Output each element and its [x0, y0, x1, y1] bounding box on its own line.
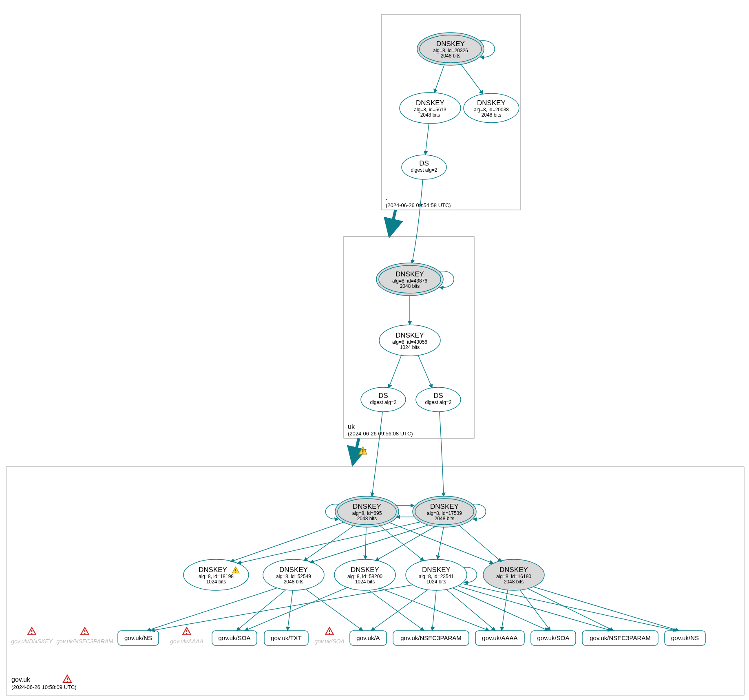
svg-text:DNSKEY: DNSKEY: [436, 40, 465, 48]
node-gov-ksk2: DNSKEY alg=8, id=17539 2048 bits: [413, 496, 476, 527]
svg-text:digest alg=2: digest alg=2: [425, 400, 451, 405]
svg-text:DS: DS: [433, 392, 443, 400]
svg-text:2048 bits: 2048 bits: [284, 579, 304, 585]
svg-text:alg=8, id=23541: alg=8, id=23541: [419, 574, 454, 579]
ghost-soa: gov.uk/SOA: [314, 638, 345, 645]
zone-govuk-name: gov.uk: [11, 676, 31, 683]
node-root-zsk1: DNSKEY alg=8, id=5613 2048 bits: [400, 93, 461, 124]
svg-text:DNSKEY: DNSKEY: [353, 503, 381, 510]
leaf-txt: gov.uk/TXT: [264, 631, 308, 645]
leaf-soa2: gov.uk/SOA: [531, 631, 576, 645]
zone-uk-name: uk: [348, 423, 355, 430]
leaf-a: gov.uk/A: [350, 631, 387, 645]
node-gov-zsk-16180: DNSKEY alg=8, id=16180 2048 bits: [483, 559, 544, 590]
svg-text:DNSKEY: DNSKEY: [351, 566, 379, 574]
svg-text:DS: DS: [378, 392, 388, 400]
node-gov-zsk-23541: DNSKEY alg=8, id=23541 1024 bits: [406, 559, 467, 590]
svg-text:DNSKEY: DNSKEY: [416, 99, 444, 107]
svg-text:alg=8, id=16180: alg=8, id=16180: [496, 574, 531, 579]
svg-text:gov.uk/SOA: gov.uk/SOA: [219, 634, 251, 641]
svg-text:2048 bits: 2048 bits: [435, 516, 455, 521]
error-icon: [28, 627, 36, 635]
svg-text:DNSKEY: DNSKEY: [279, 566, 308, 574]
zone-root-ts: (2024-06-26 09:54:58 UTC): [386, 202, 451, 208]
error-icon: [81, 627, 89, 635]
svg-text:alg=8, id=20038: alg=8, id=20038: [474, 107, 509, 113]
svg-text:DNSKEY: DNSKEY: [395, 331, 424, 339]
zone-govuk-ts: (2024-06-26 10:58:09 UTC): [11, 684, 77, 690]
svg-text:DNSKEY: DNSKEY: [430, 503, 459, 510]
node-uk-ksk: DNSKEY alg=8, id=43876 2048 bits: [376, 263, 443, 296]
svg-text:alg=8, id=695: alg=8, id=695: [352, 510, 382, 516]
svg-text:alg=8, id=5613: alg=8, id=5613: [414, 107, 446, 113]
dnssec-diagram: . (2024-06-26 09:54:58 UTC) DNSKEY alg=8…: [0, 0, 749, 700]
svg-text:digest alg=2: digest alg=2: [411, 167, 437, 173]
node-uk-ds2: DS digest alg=2: [416, 387, 461, 412]
svg-text:DNSKEY: DNSKEY: [395, 270, 424, 278]
svg-text:1024 bits: 1024 bits: [355, 579, 375, 585]
svg-text:gov.uk/NS: gov.uk/NS: [671, 634, 699, 641]
svg-text:1024 bits: 1024 bits: [426, 579, 446, 585]
svg-text:gov.uk/AAAA: gov.uk/AAAA: [482, 634, 517, 641]
node-gov-zsk-58200: DNSKEY alg=8, id=58200 1024 bits: [334, 559, 395, 590]
ghost-aaaa: gov.uk/AAAA: [170, 638, 203, 645]
node-uk-zsk: DNSKEY alg=8, id=43056 1024 bits: [379, 325, 440, 356]
svg-text:2048 bits: 2048 bits: [504, 579, 524, 585]
svg-text:alg=8, id=18198: alg=8, id=18198: [199, 574, 234, 579]
svg-text:alg=8, id=52549: alg=8, id=52549: [276, 574, 311, 579]
svg-text:alg=8, id=43876: alg=8, id=43876: [392, 278, 427, 284]
node-gov-zsk-18198: DNSKEY alg=8, id=18198 1024 bits: [183, 559, 249, 590]
leaf-aaaa: gov.uk/AAAA: [475, 631, 524, 645]
warning-icon: [359, 447, 367, 454]
svg-text:gov.uk/NS: gov.uk/NS: [124, 634, 152, 641]
leaf-ns1: gov.uk/NS: [118, 631, 159, 645]
svg-text:alg=8, id=58200: alg=8, id=58200: [347, 574, 382, 579]
svg-text:gov.uk/TXT: gov.uk/TXT: [271, 634, 302, 641]
svg-text:DS: DS: [419, 159, 429, 167]
svg-text:alg=8, id=20326: alg=8, id=20326: [433, 48, 468, 53]
svg-text:digest alg=2: digest alg=2: [370, 400, 396, 405]
svg-text:DNSKEY: DNSKEY: [499, 566, 528, 574]
svg-text:gov.uk/A: gov.uk/A: [356, 634, 380, 641]
node-root-ds: DS digest alg=2: [402, 155, 446, 179]
leaf-soa1: gov.uk/SOA: [212, 631, 257, 645]
node-root-ksk: DNSKEY alg=8, id=20326 2048 bits: [417, 33, 484, 65]
leaf-n3p2: gov.uk/NSEC3PARAM: [582, 631, 658, 645]
error-icon: [325, 627, 334, 635]
svg-text:gov.uk/SOA: gov.uk/SOA: [537, 634, 570, 641]
svg-text:2048 bits: 2048 bits: [482, 112, 502, 118]
svg-text:gov.uk/NSEC3PARAM: gov.uk/NSEC3PARAM: [400, 634, 462, 641]
svg-text:DNSKEY: DNSKEY: [422, 566, 451, 574]
svg-text:1024 bits: 1024 bits: [400, 344, 420, 350]
node-gov-zsk-52549: DNSKEY alg=8, id=52549 2048 bits: [263, 559, 324, 590]
svg-text:alg=8, id=43056: alg=8, id=43056: [392, 339, 427, 345]
node-uk-ds1: DS digest alg=2: [361, 387, 406, 412]
svg-text:DNSKEY: DNSKEY: [477, 99, 506, 107]
ghost-n3p: gov.uk/NSEC3PARAM: [56, 638, 113, 645]
svg-text:gov.uk/NSEC3PARAM: gov.uk/NSEC3PARAM: [590, 634, 651, 641]
svg-text:2048 bits: 2048 bits: [357, 516, 377, 521]
svg-text:2048 bits: 2048 bits: [420, 112, 440, 118]
error-icon: [183, 627, 191, 635]
node-gov-ksk1: DNSKEY alg=8, id=695 2048 bits: [335, 496, 399, 527]
node-root-zsk2: DNSKEY alg=8, id=20038 2048 bits: [464, 93, 519, 123]
ghost-dnskey: gov.uk/DNSKEY: [11, 638, 53, 645]
svg-text:DNSKEY: DNSKEY: [199, 566, 227, 574]
zone-root-name: .: [386, 194, 387, 201]
leaf-ns2: gov.uk/NS: [665, 631, 705, 645]
svg-text:2048 bits: 2048 bits: [400, 283, 420, 289]
leaf-n3p1: gov.uk/NSEC3PARAM: [393, 631, 469, 645]
svg-text:alg=8, id=17539: alg=8, id=17539: [427, 510, 462, 516]
svg-text:1024 bits: 1024 bits: [206, 579, 226, 585]
svg-text:2048 bits: 2048 bits: [441, 53, 461, 59]
error-icon: [63, 675, 71, 682]
